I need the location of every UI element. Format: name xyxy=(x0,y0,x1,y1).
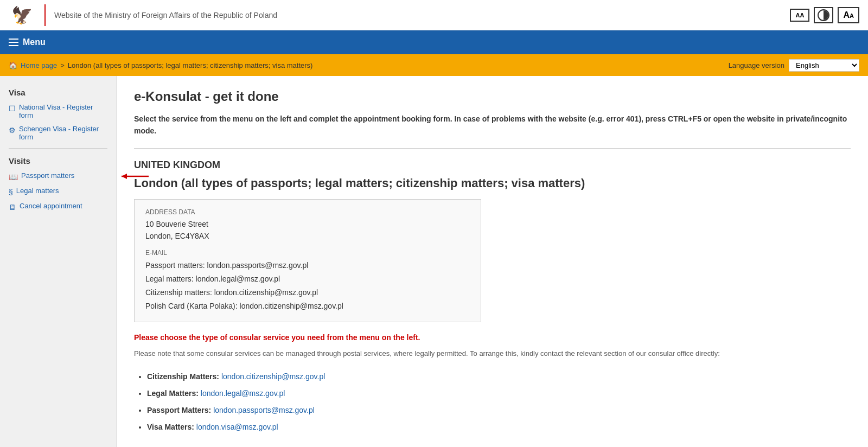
service-list-item: Passport Matters: london.passports@msz.g… xyxy=(147,402,851,419)
main-content: e-Konsulat - get it done Select the serv… xyxy=(117,76,868,447)
breadcrumb-bar: 🏠 Home page > London (all types of passp… xyxy=(0,54,868,76)
address-box: ADDRESS DATA 10 Bouverie Street London, … xyxy=(134,199,481,323)
svg-text:🦅: 🦅 xyxy=(11,5,33,25)
svg-marker-3 xyxy=(122,174,127,179)
font-large-button[interactable]: AA xyxy=(838,7,859,23)
service-label-2: Passport Matters: xyxy=(147,406,211,414)
breadcrumb-current: London (all types of passports; legal ma… xyxy=(68,61,313,69)
page-title: e-Konsulat - get it done xyxy=(134,89,851,104)
service-label-3: Visa Matters: xyxy=(147,423,194,431)
city-title: London (all types of passports; legal ma… xyxy=(134,176,851,190)
service-email-1[interactable]: london.legal@msz.gov.pl xyxy=(201,389,285,398)
top-header: 🦅 Website of the Ministry of Foreign Aff… xyxy=(0,0,868,30)
poland-logo: 🦅 xyxy=(9,3,36,27)
schengen-visa-label: Schengen Visa - Register form xyxy=(19,125,107,141)
hamburger-icon xyxy=(9,39,18,46)
sidebar-item-schengen-visa[interactable]: ⚙ Schengen Visa - Register form xyxy=(0,122,116,144)
cancel-icon: 🖥 xyxy=(9,203,16,212)
sidebar-item-national-visa[interactable]: ☐ National Visa - Register form xyxy=(0,100,116,122)
nav-bar: Menu xyxy=(0,30,868,54)
polish-card-email: Polish Card (Karta Polaka): london.citiz… xyxy=(145,299,470,313)
language-label: Language version xyxy=(729,61,784,69)
header-controls: AA AA xyxy=(790,7,859,23)
citizenship-email: Citizenship matters: london.citizenship@… xyxy=(145,286,470,299)
sidebar-item-legal-matters[interactable]: § Legal matters xyxy=(0,184,116,199)
address-line2: London, EC4Y8AX xyxy=(145,232,209,240)
passport-matters-label: Passport matters xyxy=(21,171,74,180)
national-visa-icon: ☐ xyxy=(9,104,16,113)
sidebar-item-cancel-appointment[interactable]: 🖥 Cancel appointment xyxy=(0,199,116,214)
service-list-item: Legal Matters: london.legal@msz.gov.pl xyxy=(147,385,851,402)
email-values: Passport matters: london.passports@msz.g… xyxy=(145,259,470,314)
font-small-button[interactable]: AA xyxy=(790,9,809,22)
legal-email: Legal matters: london.legal@msz.gov.pl xyxy=(145,272,470,286)
breadcrumb: 🏠 Home page > London (all types of passp… xyxy=(9,61,312,69)
service-list-item: Visa Matters: london.visa@msz.gov.pl xyxy=(147,419,851,436)
service-list-item: Citizenship Matters: london.citizenship@… xyxy=(147,368,851,385)
service-label-0: Citizenship Matters: xyxy=(147,372,219,381)
schengen-visa-icon: ⚙ xyxy=(9,126,16,135)
contrast-button[interactable] xyxy=(814,7,833,23)
sidebar: Visa ☐ National Visa - Register form ⚙ S… xyxy=(0,76,117,447)
passport-icon: 📖 xyxy=(9,173,18,181)
email-label: E-MAIL xyxy=(145,249,470,257)
national-visa-label: National Visa - Register form xyxy=(19,103,107,119)
menu-label: Menu xyxy=(23,37,46,47)
arrow-indicator-icon xyxy=(119,169,151,184)
note-text: Please note that some consular services … xyxy=(134,348,851,360)
menu-button[interactable]: Menu xyxy=(9,37,46,47)
language-selector[interactable]: English Polski xyxy=(789,59,859,72)
service-list: Citizenship Matters: london.citizenship@… xyxy=(134,368,851,435)
visits-section-title: Visits xyxy=(0,153,116,169)
language-version-section: Language version English Polski xyxy=(729,59,859,72)
breadcrumb-separator: > xyxy=(60,61,65,69)
intro-text: Select the service from the menu on the … xyxy=(134,113,851,137)
choose-service-text: Please choose the type of consular servi… xyxy=(134,333,851,342)
service-email-0[interactable]: london.citizenship@msz.gov.pl xyxy=(221,372,325,381)
horizontal-rule xyxy=(134,148,851,149)
address-value: 10 Bouverie Street London, EC4Y8AX xyxy=(145,218,470,242)
service-label-1: Legal Matters: xyxy=(147,389,199,398)
passport-email: Passport matters: london.passports@msz.g… xyxy=(145,259,470,272)
home-icon: 🏠 xyxy=(9,61,17,69)
main-layout: Visa ☐ National Visa - Register form ⚙ S… xyxy=(0,76,868,447)
service-email-3[interactable]: london.visa@msz.gov.pl xyxy=(196,423,278,431)
visa-section-title: Visa xyxy=(0,85,116,100)
address-label: ADDRESS DATA xyxy=(145,208,470,216)
country-title: UNITED KINGDOM xyxy=(134,159,851,171)
sidebar-item-passport-matters[interactable]: 📖 Passport matters xyxy=(0,169,116,184)
intro-text-bold: Select the service from the menu on the … xyxy=(134,114,847,135)
breadcrumb-home[interactable]: Home page xyxy=(21,61,57,69)
sidebar-divider xyxy=(9,148,107,149)
legal-icon: § xyxy=(9,188,13,196)
header-divider xyxy=(44,4,46,26)
legal-matters-label: Legal matters xyxy=(16,187,59,195)
cancel-appointment-label: Cancel appointment xyxy=(20,202,82,210)
address-line1: 10 Bouverie Street xyxy=(145,220,208,228)
service-email-2[interactable]: london.passports@msz.gov.pl xyxy=(213,406,315,414)
site-title: Website of the Ministry of Foreign Affai… xyxy=(54,11,790,20)
